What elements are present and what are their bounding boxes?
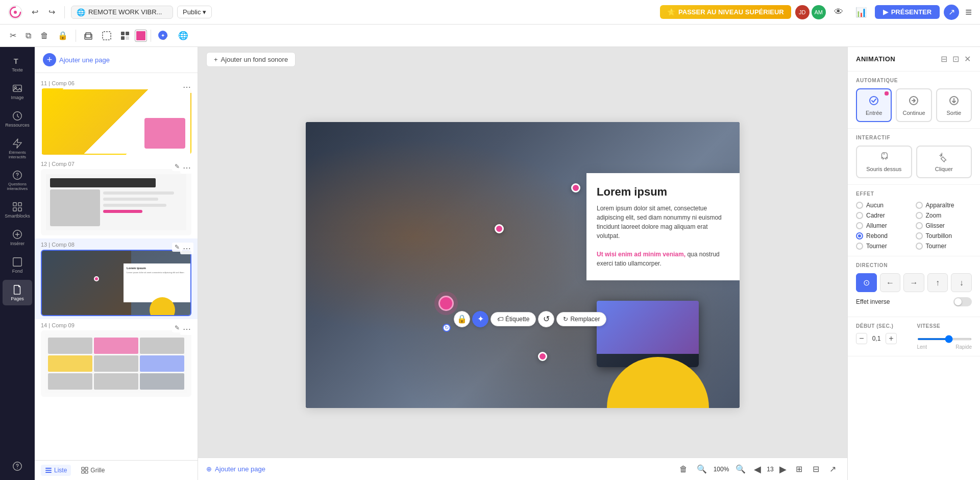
effect-tourner-2[interactable]: Tourner — [916, 243, 972, 250]
sidebar-item-elements-interactifs[interactable]: Éléments interactifs — [3, 134, 32, 163]
entree-card[interactable]: Entrée — [856, 88, 892, 122]
zoom-in-button[interactable]: 🔍 — [733, 462, 748, 476]
float-replace-button[interactable]: ↻ Remplacer — [556, 312, 606, 326]
zoom-out-button[interactable]: 🔍 — [695, 462, 709, 476]
pink-dot-3[interactable] — [538, 352, 547, 361]
select-tool[interactable] — [99, 29, 115, 43]
avatar-1[interactable]: JD — [795, 5, 810, 19]
menu-button[interactable]: ≡ — [963, 4, 974, 21]
continue-card[interactable]: Continue — [896, 88, 932, 122]
list-view-button[interactable]: Liste — [41, 465, 71, 476]
effect-apparaitre[interactable]: Apparaître — [916, 202, 972, 209]
souris-dessus-card[interactable]: Souris dessus — [856, 146, 912, 178]
radio-rebond[interactable] — [856, 232, 863, 239]
minimize-panel-button[interactable]: ⊟ — [940, 53, 948, 65]
prev-page-button[interactable]: ◀ — [752, 462, 763, 477]
effet-inverse-toggle[interactable] — [953, 297, 972, 306]
page-options-14[interactable]: ⋯ — [180, 323, 193, 335]
grid-view-button[interactable]: Grille — [77, 465, 109, 476]
layout-button[interactable]: ⊟ — [810, 462, 822, 476]
share-button[interactable]: ↗ — [944, 5, 959, 20]
sidebar-item-aide[interactable] — [3, 457, 32, 476]
float-lock-button[interactable]: 🔒 — [454, 311, 470, 327]
radio-aucun[interactable] — [856, 202, 863, 209]
radio-tourner-2[interactable] — [916, 243, 923, 250]
effect-allumer[interactable]: Allumer — [856, 222, 913, 229]
sidebar-item-smartblocks[interactable]: Smartblocks — [3, 197, 32, 223]
slide-text-card[interactable]: Lorem ipsum Lorem ipsum dolor sit amet, … — [586, 173, 740, 280]
effect-tourner-1[interactable]: Tourner — [856, 243, 913, 250]
vitesse-slider[interactable] — [917, 338, 972, 340]
page-options-13[interactable]: ⋯ — [180, 243, 193, 254]
effect-rebond[interactable]: Rebond — [856, 232, 913, 239]
add-page-button[interactable]: + Ajouter une page — [43, 53, 110, 66]
sidebar-item-pages[interactable]: Pages — [3, 280, 32, 305]
radio-glisser[interactable] — [916, 222, 923, 229]
sidebar-item-texte[interactable]: T Texte — [3, 51, 32, 77]
cliquer-card[interactable]: Cliquer — [916, 146, 972, 178]
add-sound-button[interactable]: + Ajouter un fond sonore — [206, 52, 296, 67]
sidebar-item-ressources[interactable]: Ressources — [3, 106, 32, 132]
close-panel-button[interactable]: ✕ — [963, 53, 972, 65]
eye-button[interactable]: 👁 — [830, 5, 847, 19]
visibility-selector[interactable]: Public ▾ — [177, 6, 212, 18]
page-options-11[interactable]: ⋯ — [180, 81, 193, 93]
color-picker[interactable] — [135, 30, 146, 41]
globe-tool[interactable]: 🌐 — [175, 28, 192, 43]
sidebar-item-questions[interactable]: Questions interactives — [3, 165, 32, 195]
lock-tool[interactable]: 🔒 — [54, 28, 71, 43]
share-bottom-button[interactable]: ↗ — [826, 462, 839, 476]
dir-right-button[interactable]: → — [903, 273, 924, 292]
bottom-add-page-button[interactable]: ⊕ Ajouter une page — [206, 465, 265, 473]
page-item-13[interactable]: 13 | Comp 08 Lorem ipsum Lorem ipsum dol… — [35, 238, 198, 319]
undo-button[interactable]: ↩ — [29, 5, 41, 19]
redo-button[interactable]: ↪ — [45, 5, 58, 19]
float-reset-button[interactable]: ↺ — [538, 311, 554, 327]
pattern-tool[interactable] — [117, 29, 133, 43]
sidebar-item-inserer[interactable]: Insérer — [3, 225, 32, 250]
dir-up-button[interactable]: ↑ — [927, 273, 948, 292]
pink-dot-center[interactable] — [438, 296, 454, 311]
maximize-panel-button[interactable]: ⊡ — [951, 53, 960, 65]
presenter-button[interactable]: ▶ PRÉSENTER — [875, 5, 940, 19]
url-bar[interactable]: 🌐 REMOTE WORK VIBR... — [71, 6, 173, 19]
radio-tourbillon[interactable] — [916, 232, 923, 239]
sidebar-item-fond[interactable]: Fond — [3, 252, 32, 278]
layers-tool[interactable] — [80, 29, 96, 43]
effect-aucun[interactable]: Aucun — [856, 202, 913, 209]
radio-apparaitre[interactable] — [916, 202, 923, 209]
page-item-11[interactable]: 11 | Comp 06 ⋯ — [35, 77, 198, 158]
dir-center-button[interactable]: ⊙ — [856, 273, 877, 292]
page-options-12[interactable]: ⋯ — [180, 162, 193, 174]
debut-plus-button[interactable]: + — [886, 333, 897, 344]
pink-dot-2[interactable] — [495, 224, 504, 233]
sortie-card[interactable]: Sortie — [936, 88, 972, 122]
effect-tourbillon[interactable]: Tourbillon — [916, 232, 972, 239]
debut-minus-button[interactable]: − — [856, 333, 867, 344]
cut-tool[interactable]: ✂ — [6, 28, 20, 43]
float-etiquette-button[interactable]: 🏷 Étiquette — [491, 312, 536, 326]
radio-cadrer[interactable] — [856, 212, 863, 219]
pink-dot-1[interactable] — [571, 183, 580, 193]
rotate-handle[interactable]: ↻ — [443, 324, 451, 332]
upgrade-button[interactable]: ⭐ PASSER AU NIVEAU SUPÉRIEUR — [660, 5, 791, 19]
delete-tool[interactable]: 🗑 — [37, 29, 52, 43]
grid-toggle-button[interactable]: ⊞ — [793, 462, 805, 476]
dir-down-button[interactable]: ↓ — [951, 273, 972, 292]
page-item-14[interactable]: 14 | Comp 09 ✎ ⋯ — [35, 319, 198, 400]
radio-zoom[interactable] — [916, 212, 923, 219]
copy-tool[interactable]: ⧉ — [22, 29, 35, 43]
page-item-12[interactable]: 12 | Comp 07 — [35, 158, 198, 238]
next-page-button[interactable]: ▶ — [777, 462, 789, 477]
float-animate-button[interactable]: ✦ — [472, 311, 488, 327]
stats-button[interactable]: 📊 — [851, 5, 871, 20]
dir-left-button[interactable]: ← — [880, 273, 901, 292]
radio-tourner-1[interactable] — [856, 243, 863, 250]
radio-allumer[interactable] — [856, 222, 863, 229]
delete-page-button[interactable]: 🗑 — [676, 463, 691, 476]
effect-cadrer[interactable]: Cadrer — [856, 212, 913, 219]
effect-zoom[interactable]: Zoom — [916, 212, 972, 219]
slide-canvas[interactable]: ↻ Lorem ipsum Lorem ipsum dolor sit amet… — [306, 122, 740, 408]
avatar-2[interactable]: AM — [812, 5, 826, 19]
sidebar-item-image[interactable]: Image — [3, 79, 32, 104]
